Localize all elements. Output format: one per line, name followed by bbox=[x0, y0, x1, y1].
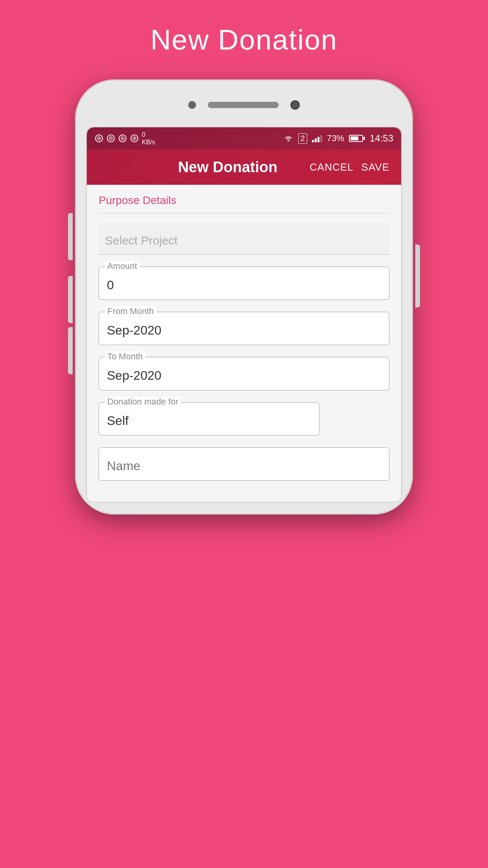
svg-point-5 bbox=[110, 138, 112, 139]
speaker bbox=[208, 102, 279, 108]
from-month-label: From Month bbox=[105, 306, 156, 316]
section-label: Purpose Details bbox=[99, 194, 389, 207]
to-month-input[interactable] bbox=[99, 357, 389, 390]
from-month-field-container: From Month bbox=[99, 312, 389, 345]
to-month-field-container: To Month bbox=[99, 357, 389, 390]
cancel-button[interactable]: CANCEL bbox=[310, 161, 353, 173]
camera-icon-2 bbox=[106, 134, 115, 143]
camera-icon-4 bbox=[130, 134, 139, 143]
svg-point-11 bbox=[134, 138, 135, 139]
app-header: New Donation CANCEL SAVE bbox=[87, 149, 401, 185]
name-input[interactable] bbox=[99, 447, 389, 481]
svg-point-12 bbox=[288, 140, 289, 142]
from-month-input[interactable] bbox=[99, 312, 389, 345]
donation-made-for-label: Donation made for bbox=[105, 397, 181, 407]
svg-point-2 bbox=[99, 138, 100, 139]
phone-screen: 0KB/s 2 bbox=[86, 127, 402, 503]
status-bar-right: 2 73% 14:53 bbox=[283, 133, 393, 144]
front-camera bbox=[290, 100, 300, 110]
save-button[interactable]: SAVE bbox=[361, 161, 389, 173]
name-field-container bbox=[99, 447, 389, 481]
donation-made-for-field-container: Donation made for bbox=[99, 402, 319, 436]
sim-indicator: 2 bbox=[298, 133, 307, 144]
app-header-title: New Donation bbox=[146, 159, 310, 176]
donation-made-for-input[interactable] bbox=[99, 402, 319, 436]
section-divider bbox=[99, 213, 389, 213]
kbs-indicator: 0KB/s bbox=[142, 131, 155, 146]
front-camera-dot bbox=[188, 101, 196, 109]
status-bar: 0KB/s 2 bbox=[87, 127, 401, 149]
to-month-label: To Month bbox=[105, 351, 145, 362]
amount-field-container: Amount bbox=[99, 267, 389, 300]
wifi-icon bbox=[283, 134, 294, 143]
camera-icon-1 bbox=[95, 134, 103, 143]
svg-point-8 bbox=[122, 138, 123, 139]
status-bar-left: 0KB/s bbox=[95, 131, 155, 146]
battery-percent: 73% bbox=[327, 133, 344, 143]
amount-label: Amount bbox=[105, 261, 139, 271]
page-title: New Donation bbox=[150, 24, 338, 56]
amount-input[interactable] bbox=[99, 267, 389, 300]
form-content: Purpose Details Select Project Amount Fr… bbox=[87, 185, 401, 502]
camera-icon-3 bbox=[118, 134, 127, 143]
phone-top bbox=[86, 91, 402, 119]
clock: 14:53 bbox=[370, 133, 393, 144]
battery-icon bbox=[349, 135, 365, 142]
phone-shell: 0KB/s 2 bbox=[75, 79, 413, 515]
select-project-dropdown[interactable]: Select Project bbox=[99, 223, 389, 255]
signal-icon bbox=[312, 134, 322, 142]
